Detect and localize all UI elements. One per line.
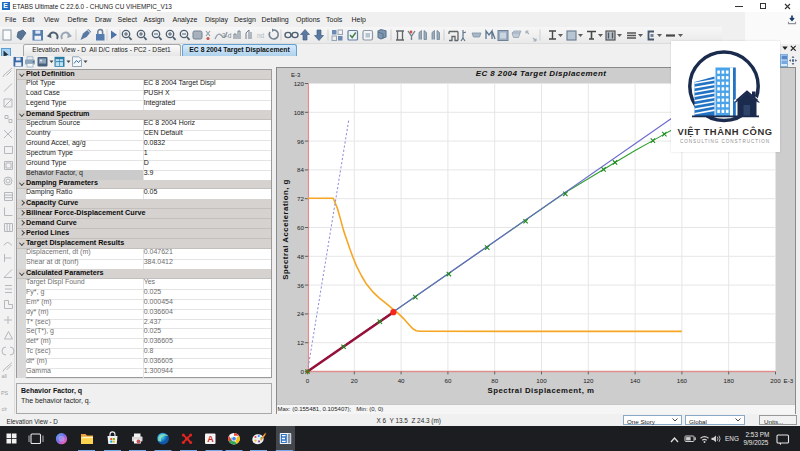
svg-text:9/9/2025: 9/9/2025 bbox=[744, 439, 769, 446]
svg-text:A: A bbox=[207, 434, 214, 444]
svg-text:PS: PS bbox=[1, 390, 9, 396]
svg-text:all: all bbox=[2, 373, 7, 379]
svg-text:2:53 PM: 2:53 PM bbox=[746, 430, 770, 437]
svg-text:ENG: ENG bbox=[725, 435, 739, 442]
svg-text:3-d: 3-d bbox=[222, 32, 232, 39]
svg-text:nd: nd bbox=[257, 32, 265, 39]
svg-text:clr: clr bbox=[2, 406, 8, 412]
